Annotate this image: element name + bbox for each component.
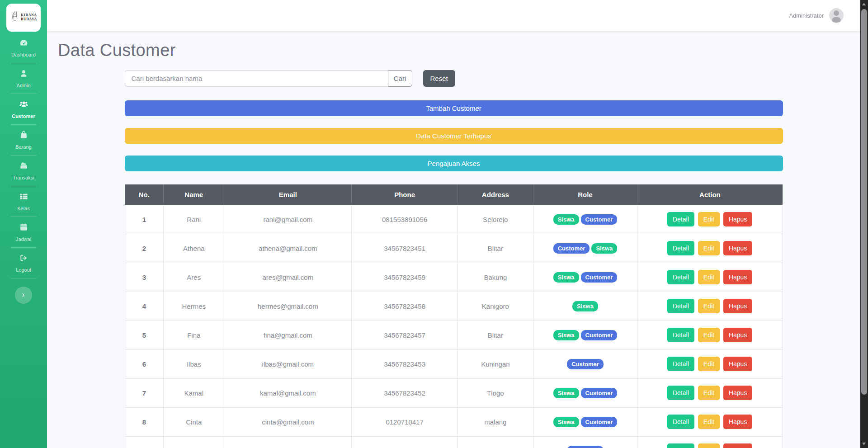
cell-address: Kanigoro	[458, 292, 533, 321]
sidebar-item-label: Kelas	[17, 206, 30, 211]
edit-button[interactable]: Edit	[698, 328, 720, 342]
scrollbar-thumb[interactable]	[861, 9, 867, 395]
scrollbar-up-arrow[interactable]	[862, 3, 866, 5]
cell-no: 2	[125, 234, 164, 263]
cell-address: Blitar	[458, 234, 533, 263]
header-no: No.	[125, 184, 164, 205]
table-row: 9Ciskaciska@gmail.com081350312591Pasiram…	[125, 436, 783, 448]
search-input-group: Cari	[125, 70, 412, 87]
detail-button[interactable]: Detail	[667, 299, 694, 313]
shopping-bag-icon	[19, 131, 28, 141]
edit-button[interactable]: Edit	[698, 386, 720, 400]
detail-button[interactable]: Detail	[667, 212, 694, 226]
cash-register-icon	[19, 161, 28, 172]
hapus-button[interactable]: Hapus	[723, 299, 752, 313]
detail-button[interactable]: Detail	[667, 415, 694, 429]
edit-button[interactable]: Edit	[698, 212, 720, 226]
scrollbar[interactable]	[860, 0, 868, 448]
header-email: Email	[224, 184, 352, 205]
sidebar-toggle-button[interactable]	[15, 287, 32, 304]
customer-table-body: 1Ranirani@gmail.com081553891056SelorejoS…	[125, 205, 783, 448]
cell-phone: 34567823453	[352, 349, 458, 378]
cari-button[interactable]: Cari	[388, 70, 412, 87]
cell-no: 9	[125, 436, 164, 448]
cell-action: DetailEditHapus	[637, 205, 783, 234]
role-badge-customer: Customer	[553, 243, 590, 254]
cell-name: Kamal	[164, 378, 224, 407]
role-badge-siswa: Siswa	[553, 330, 579, 340]
detail-button[interactable]: Detail	[667, 241, 694, 255]
hapus-button[interactable]: Hapus	[723, 386, 752, 400]
sidebar-item-label: Dashboard	[11, 52, 36, 57]
detail-button[interactable]: Detail	[667, 328, 694, 342]
cell-name: Ciska	[164, 436, 224, 448]
sidebar-item-transaksi[interactable]: Transaksi	[0, 156, 47, 186]
sidebar-item-customer[interactable]: Customer	[0, 94, 47, 124]
cell-role: Siswa	[533, 292, 637, 321]
pengajuan-akses-button[interactable]: Pengajuan Akses	[125, 156, 783, 171]
edit-button[interactable]: Edit	[698, 357, 720, 371]
role-badge-customer: Customer	[581, 214, 618, 225]
role-badge-customer: Customer	[581, 272, 618, 283]
topbar: Administrator	[47, 0, 868, 31]
table-row: 8Cintacinta@gmail.com0120710417malangSis…	[125, 407, 783, 436]
edit-button[interactable]: Edit	[698, 241, 720, 255]
role-badge-siswa: Siswa	[572, 301, 598, 311]
cell-role: SiswaCustomer	[533, 407, 637, 436]
calendar-icon	[19, 223, 28, 233]
logo-text: KIRANA BUDAYA	[21, 14, 37, 22]
chevron-right-icon	[20, 292, 27, 298]
hapus-button[interactable]: Hapus	[723, 212, 752, 226]
cell-no: 6	[125, 349, 164, 378]
cell-action: DetailEditHapus	[637, 234, 783, 263]
cell-phone: 34567823458	[352, 292, 458, 321]
edit-button[interactable]: Edit	[698, 443, 720, 448]
table-row: 3Aresares@gmail.com34567823459BakungSisw…	[125, 263, 783, 292]
sidebar-item-jadwal[interactable]: Jadwal	[0, 217, 47, 247]
edit-button[interactable]: Edit	[698, 415, 720, 429]
sidebar-item-admin[interactable]: Admin	[0, 63, 47, 94]
role-badge-siswa: Siswa	[553, 272, 579, 283]
header-name: Name	[164, 184, 224, 205]
user-label: Administrator	[789, 12, 824, 19]
cell-name: Ilbas	[164, 349, 224, 378]
cell-phone: 0120710417	[352, 407, 458, 436]
table-row: 1Ranirani@gmail.com081553891056SelorejoS…	[125, 205, 783, 234]
sidebar-divider	[10, 278, 37, 278]
sidebar-item-kelas[interactable]: Kelas	[0, 186, 47, 217]
app-logo[interactable]: KIRANA BUDAYA	[6, 4, 41, 32]
detail-button[interactable]: Detail	[667, 443, 694, 448]
data-customer-terhapus-button[interactable]: Data Customer Terhapus	[125, 128, 783, 144]
role-badge-customer: Customer	[567, 446, 604, 448]
edit-button[interactable]: Edit	[698, 270, 720, 284]
cell-role: Customer	[533, 436, 637, 448]
cell-email: rani@gmail.com	[224, 205, 352, 234]
table-row: 4Hermeshermes@gmail.com34567823458Kanigo…	[125, 292, 783, 321]
detail-button[interactable]: Detail	[667, 357, 694, 371]
avatar[interactable]	[829, 8, 844, 23]
cell-no: 1	[125, 205, 164, 234]
edit-button[interactable]: Edit	[698, 299, 720, 313]
detail-button[interactable]: Detail	[667, 270, 694, 284]
search-input[interactable]	[125, 70, 388, 87]
sidebar-item-dashboard[interactable]: Dashboard	[0, 33, 47, 63]
hapus-button[interactable]: Hapus	[723, 357, 752, 371]
detail-button[interactable]: Detail	[667, 386, 694, 400]
reset-button[interactable]: Reset	[423, 70, 455, 87]
tambah-customer-button[interactable]: Tambah Customer	[125, 100, 783, 116]
hapus-button[interactable]: Hapus	[723, 241, 752, 255]
cell-action: DetailEditHapus	[637, 407, 783, 436]
users-icon	[19, 100, 28, 110]
sidebar-item-label: Customer	[12, 113, 35, 119]
cell-role: SiswaCustomer	[533, 205, 637, 234]
hapus-button[interactable]: Hapus	[723, 415, 752, 429]
cell-address: Blitar	[458, 321, 533, 349]
cell-no: 5	[125, 321, 164, 349]
hapus-button[interactable]: Hapus	[723, 443, 752, 448]
sidebar-item-barang[interactable]: Barang	[0, 125, 47, 155]
sidebar-item-logout[interactable]: Logout	[0, 248, 47, 278]
hapus-button[interactable]: Hapus	[723, 270, 752, 284]
scrollbar-down-arrow[interactable]	[862, 443, 866, 445]
hapus-button[interactable]: Hapus	[723, 328, 752, 342]
cell-phone: 34567823452	[352, 378, 458, 407]
